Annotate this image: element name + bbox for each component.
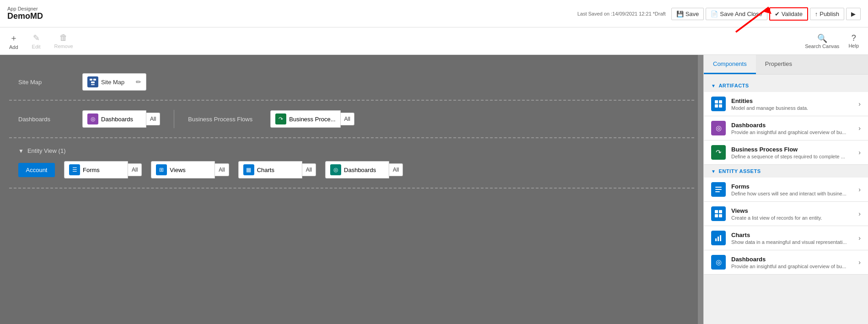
sitemap-box[interactable]: Site Map ✏	[82, 73, 146, 91]
entity-view-header: ▼ Entity View (1)	[18, 147, 685, 154]
vertical-divider	[174, 110, 174, 128]
collapse-arrow-icon[interactable]: ▼	[18, 148, 24, 154]
charts-panel-desc: Show data in a meaningful and visual rep…	[731, 239, 853, 245]
views-all-button[interactable]: All	[215, 163, 229, 176]
sitemap-section-label: Site Map	[18, 79, 73, 86]
publish-button[interactable]: ↑ Publish	[810, 8, 844, 20]
entities-title: Entities	[731, 97, 853, 104]
bpf-label: Business Process Flows	[188, 116, 261, 123]
dashboards-panel-icon: ◎	[711, 121, 726, 135]
validate-icon: ✔	[775, 11, 780, 17]
svg-rect-10	[715, 187, 722, 188]
entity-dashboards-panel-desc: Provide an insightful and graphical over…	[731, 264, 853, 269]
entity-dashboards-panel-icon: ◎	[711, 255, 726, 270]
forms-panel-text: Forms Define how users will see and inte…	[731, 183, 853, 196]
forms-box[interactable]: ☰ Forms	[64, 161, 128, 178]
remove-action[interactable]: 🗑 Remove	[54, 33, 73, 49]
right-panel: Components Properties ▼ ARTIFACTS Entiti…	[703, 55, 868, 324]
charts-label: Charts	[257, 167, 274, 173]
charts-item[interactable]: Charts Show data in a meaningful and vis…	[704, 226, 868, 250]
views-box[interactable]: ⊞ Views	[151, 161, 215, 178]
entity-dashboards-all-button[interactable]: All	[389, 163, 403, 176]
edit-action[interactable]: ✎ Edit	[32, 33, 41, 49]
help-icon: ?	[852, 33, 856, 43]
charts-box[interactable]: ▦ Charts	[238, 161, 302, 178]
entity-dashboards-icon: ◎	[330, 164, 341, 175]
entity-dashboards-item[interactable]: ◎ Dashboards Provide an insightful and g…	[704, 250, 868, 275]
edit-sitemap-icon[interactable]: ✏	[136, 78, 141, 86]
canvas-scroll: Site Map Site Map ✏ Dashboards	[0, 55, 703, 324]
last-saved-text: Last Saved on :14/09/2021 12:21 *Draft	[577, 11, 665, 16]
app-branding: App Designer DemoMD	[7, 6, 43, 21]
charts-panel-text: Charts Show data in a meaningful and vis…	[731, 232, 853, 245]
svg-rect-19	[720, 235, 721, 241]
toolbar-right: 🔍 Search Canvas ? Help	[805, 33, 859, 49]
app-designer-label: App Designer	[7, 6, 43, 11]
views-component-group: ⊞ Views All	[151, 161, 229, 178]
bpf-item[interactable]: ↷ Business Process Flow Define a sequenc…	[704, 140, 868, 165]
scrollbar[interactable]	[698, 55, 703, 324]
play-button[interactable]: ▶	[846, 8, 861, 20]
dashboards-component-group: ◎ Dashboards All	[82, 110, 160, 128]
tab-components[interactable]: Components	[704, 55, 756, 74]
entities-text: Entities Model and manage business data.	[731, 97, 853, 111]
entity-dashboards-label: Dashboards	[344, 167, 376, 173]
svg-rect-4	[91, 81, 95, 83]
dashboards-panel-desc: Provide an insightful and graphical over…	[731, 130, 853, 135]
bpf-all-button[interactable]: All	[341, 113, 354, 125]
top-bar-actions: Last Saved on :14/09/2021 12:21 *Draft 💾…	[577, 0, 868, 27]
sitemap-label: Site Map	[101, 79, 133, 86]
bpf-box-label: Business Proce...	[289, 116, 335, 123]
views-label: Views	[170, 167, 185, 173]
forms-item[interactable]: Forms Define how users will see and inte…	[704, 178, 868, 202]
views-item[interactable]: Views Create a list view of records for …	[704, 202, 868, 226]
entity-dashboards-panel-text: Dashboards Provide an insightful and gra…	[731, 256, 853, 269]
panel-tabs: Components Properties	[704, 55, 868, 75]
tab-properties[interactable]: Properties	[756, 55, 801, 74]
svg-rect-15	[715, 214, 718, 217]
account-button[interactable]: Account	[18, 163, 55, 177]
canvas-area[interactable]: Site Map Site Map ✏ Dashboards	[0, 55, 703, 324]
main-layout: Site Map Site Map ✏ Dashboards	[0, 55, 868, 324]
svg-rect-9	[719, 104, 722, 108]
bpf-component-group: ↷ Business Proce... All	[270, 110, 354, 128]
svg-rect-12	[715, 191, 720, 192]
validate-button[interactable]: ✔ Validate	[769, 7, 808, 21]
dashboards-item[interactable]: ◎ Dashboards Provide an insightful and g…	[704, 116, 868, 140]
entity-dashboards-box[interactable]: ◎ Dashboards	[325, 161, 389, 178]
save-icon: 💾	[676, 11, 684, 17]
bpf-box[interactable]: ↷ Business Proce...	[270, 110, 340, 128]
entities-item[interactable]: Entities Model and manage business data.…	[704, 92, 868, 116]
bpf-text: Business Process Flow Define a sequence …	[731, 146, 853, 159]
forms-icon: ☰	[69, 164, 80, 175]
remove-icon: 🗑	[59, 33, 68, 43]
play-icon: ▶	[851, 11, 856, 17]
artifacts-arrow-icon: ▼	[711, 83, 716, 88]
save-close-button[interactable]: 📄 Save And Close	[706, 8, 767, 20]
sitemap-row: Site Map Site Map ✏	[18, 73, 685, 91]
svg-rect-5	[91, 84, 95, 85]
charts-all-button[interactable]: All	[302, 163, 316, 176]
panel-content: ▼ ARTIFACTS Entities Model and manage bu…	[704, 75, 868, 279]
entity-dashboards-component-group: ◎ Dashboards All	[325, 161, 403, 178]
dashboards-chevron-icon: ›	[858, 124, 861, 132]
add-action[interactable]: ＋ Add	[9, 32, 18, 50]
entities-desc: Model and manage business data.	[731, 105, 853, 111]
dashboards-all-button[interactable]: All	[146, 113, 160, 125]
svg-rect-3	[93, 79, 96, 81]
save-button[interactable]: 💾 Save	[671, 8, 704, 20]
help-button[interactable]: ? Help	[848, 33, 859, 49]
views-panel-title: Views	[731, 207, 853, 214]
publish-icon: ↑	[815, 11, 818, 17]
forms-component-group: ☰ Forms All	[64, 161, 142, 178]
main-toolbar: ＋ Add ✎ Edit 🗑 Remove 🔍 Search Canvas ? …	[0, 27, 868, 55]
forms-panel-icon	[711, 182, 726, 197]
dashboards-box[interactable]: ◎ Dashboards	[82, 110, 146, 128]
bpf-panel-desc: Define a sequence of steps required to c…	[731, 154, 853, 159]
forms-panel-desc: Define how users will see and interact w…	[731, 191, 853, 196]
dashboards-panel-title: Dashboards	[731, 122, 853, 129]
dashboards-bpf-section: Dashboards ◎ Dashboards All Business Pro…	[9, 101, 694, 138]
search-canvas-button[interactable]: 🔍 Search Canvas	[805, 33, 839, 49]
forms-panel-title: Forms	[731, 183, 853, 190]
forms-all-button[interactable]: All	[128, 163, 142, 176]
